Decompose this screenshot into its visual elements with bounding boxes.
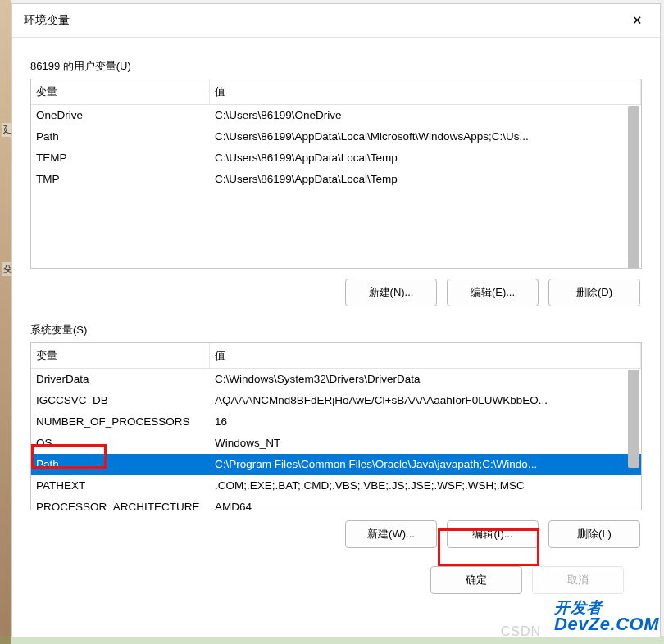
table-row[interactable]: DriverDataC:\Windows\System32\Drivers\Dr… [31,369,641,390]
cell-name: OS [31,434,210,452]
user-rows: OneDriveC:\Users\86199\OneDrivePathC:\Us… [31,105,641,269]
user-new-button[interactable]: 新建(N)... [345,279,437,306]
cell-value: AMD64 [210,498,641,510]
background-sliver: 廴 殳 [0,0,11,644]
cancel-button[interactable]: 取消 [532,566,624,594]
system-delete-button[interactable]: 删除(L) [548,520,640,548]
cell-name: Path [31,456,210,474]
table-row[interactable]: TMPC:\Users\86199\AppData\Local\Temp [31,169,641,190]
system-new-button[interactable]: 新建(W)... [345,520,437,548]
table-row[interactable]: PROCESSOR_ARCHITECTUREAMD64 [31,497,641,510]
cell-name: DriverData [31,370,210,388]
environment-variables-dialog: 环境变量 ✕ 86199 的用户变量(U) 变量 值 OneDriveC:\Us… [11,3,661,637]
table-row[interactable]: PathC:\Users\86199\AppData\Local\Microso… [31,126,641,147]
cell-name: IGCCSVC_DB [31,392,210,410]
cell-value: .COM;.EXE;.BAT;.CMD;.VBS;.VBE;.JS;.JSE;.… [210,477,641,495]
table-row[interactable]: PathC:\Program Files\Common Files\Oracle… [31,454,641,475]
user-vars-list[interactable]: 变量 值 OneDriveC:\Users\86199\OneDrivePath… [30,79,642,269]
cell-name: PATHEXT [31,477,210,495]
col-header-name[interactable]: 变量 [31,343,210,368]
ok-button[interactable]: 确定 [430,566,522,594]
cell-name: TEMP [31,149,210,167]
table-row[interactable]: OneDriveC:\Users\86199\OneDrive [31,105,641,126]
system-vars-label: 系统变量(S) [30,323,642,338]
user-edit-button[interactable]: 编辑(E)... [447,279,539,306]
col-header-name[interactable]: 变量 [31,79,210,104]
col-header-value[interactable]: 值 [210,343,641,368]
system-rows: DriverDataC:\Windows\System32\Drivers\Dr… [31,369,641,510]
close-button[interactable]: ✕ [622,9,652,32]
cell-value: C:\Users\86199\OneDrive [210,107,641,125]
cell-value: 16 [210,413,641,431]
scrollbar[interactable] [628,106,639,266]
table-row[interactable]: IGCCSVC_DBAQAAANCMnd8BFdERjHoAwE/Cl+sBAA… [31,390,641,411]
system-buttons: 新建(W)... 编辑(I)... 删除(L) [30,510,642,553]
titlebar: 环境变量 ✕ [12,4,660,38]
window-title: 环境变量 [24,13,70,28]
user-vars-label: 86199 的用户变量(U) [30,59,642,74]
table-row[interactable]: TEMPC:\Users\86199\AppData\Local\Temp [31,147,641,169]
cell-value: C:\Users\86199\AppData\Local\Microsoft\W… [210,128,641,146]
cell-value: C:\Program Files\Common Files\Oracle\Jav… [210,456,641,474]
col-header-value[interactable]: 值 [210,79,641,104]
table-row[interactable]: PATHEXT.COM;.EXE;.BAT;.CMD;.VBS;.VBE;.JS… [31,475,641,497]
system-edit-button[interactable]: 编辑(I)... [447,520,539,548]
cell-name: TMP [31,170,210,188]
dialog-content: 86199 的用户变量(U) 变量 值 OneDriveC:\Users\861… [12,38,660,637]
cell-name: OneDrive [31,107,210,125]
system-vars-list[interactable]: 变量 值 DriverDataC:\Windows\System32\Drive… [30,342,642,510]
cell-name: PROCESSOR_ARCHITECTURE [31,498,210,510]
dialog-footer: 确定 取消 [30,553,642,607]
list-headers: 变量 值 [31,79,641,105]
user-buttons: 新建(N)... 编辑(E)... 删除(D) [30,269,642,311]
table-row[interactable]: OSWindows_NT [31,433,641,454]
cell-value: AQAAANCMnd8BFdERjHoAwE/Cl+sBAAAAaahIorF0… [210,392,641,410]
cell-value: C:\Users\86199\AppData\Local\Temp [210,149,641,167]
cell-value: Windows_NT [210,434,641,452]
cell-name: NUMBER_OF_PROCESSORS [31,413,210,431]
cell-value: C:\Users\86199\AppData\Local\Temp [210,170,641,188]
scrollbar[interactable] [628,370,639,508]
list-headers: 变量 值 [31,343,641,369]
table-row[interactable]: NUMBER_OF_PROCESSORS16 [31,411,641,433]
cell-value: C:\Windows\System32\Drivers\DriverData [210,370,641,388]
user-delete-button[interactable]: 删除(D) [548,279,640,306]
cell-name: Path [31,128,210,146]
